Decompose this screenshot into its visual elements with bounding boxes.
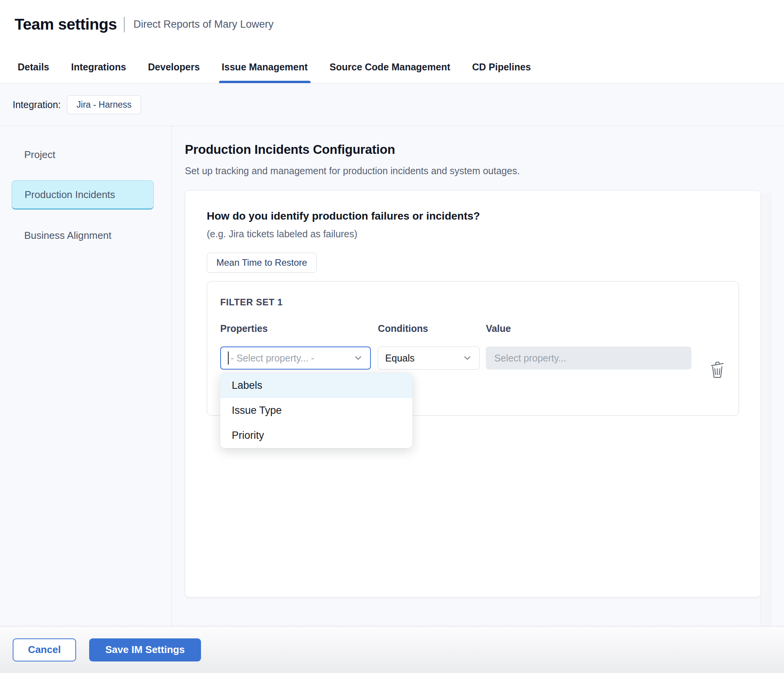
content-area: Project Production Incidents Business Al… [0, 126, 784, 626]
properties-select[interactable]: - Select property... - [220, 346, 371, 370]
chevron-down-icon [462, 353, 472, 363]
filter-set-title: FILTER SET 1 [220, 297, 726, 308]
page-subtitle: Direct Reports of Mary Lowery [133, 18, 274, 30]
conditions-label: Conditions [378, 323, 480, 334]
dropdown-option-priority[interactable]: Priority [220, 423, 412, 448]
tab-cd-pipelines[interactable]: CD Pipelines [472, 62, 531, 83]
integration-chip[interactable]: Jira - Harness [67, 95, 141, 114]
footer-actions: Cancel Save IM Settings [0, 626, 784, 673]
value-column: Value Select property... [486, 323, 691, 379]
properties-label: Properties [220, 323, 371, 334]
title-divider [124, 17, 125, 32]
tab-integrations[interactable]: Integrations [71, 62, 126, 83]
sidebar-item-production-incidents[interactable]: Production Incidents [12, 180, 154, 210]
properties-column: Properties - Select property... - [220, 323, 371, 379]
tab-developers[interactable]: Developers [148, 62, 200, 83]
incidents-config-card: How do you identify production failures … [185, 190, 761, 597]
integration-band: Integration: Jira - Harness [0, 83, 784, 126]
section-heading: Production Incidents Configuration [185, 142, 784, 157]
dropdown-option-issue-type[interactable]: Issue Type [220, 398, 412, 423]
value-label: Value [486, 323, 691, 334]
delete-filter-button[interactable] [709, 360, 726, 379]
tab-details[interactable]: Details [18, 62, 49, 83]
sidebar-item-project[interactable]: Project [0, 140, 171, 169]
title-row: Team settings Direct Reports of Mary Low… [0, 0, 784, 33]
cancel-button[interactable]: Cancel [13, 638, 76, 661]
tab-bar: Details Integrations Developers Issue Ma… [0, 62, 531, 83]
page-header: Team settings Direct Reports of Mary Low… [0, 0, 784, 83]
sidebar-item-business-alignment[interactable]: Business Alignment [0, 221, 171, 250]
tab-source-code-management[interactable]: Source Code Management [330, 62, 450, 83]
page-title: Team settings [15, 15, 117, 33]
metric-tab-mean-time-to-restore[interactable]: Mean Time to Restore [207, 253, 317, 273]
main-panel: Production Incidents Configuration Set u… [172, 126, 784, 626]
conditions-select[interactable]: Equals [378, 346, 480, 370]
chevron-down-icon [353, 353, 363, 363]
properties-placeholder: - Select property... - [231, 353, 314, 364]
card-hint: (e.g. Jira tickets labeled as failures) [207, 228, 739, 240]
scrollbar-track[interactable] [760, 193, 771, 626]
conditions-value: Equals [385, 353, 414, 364]
properties-dropdown: Labels Issue Type Priority [220, 373, 412, 448]
settings-sidebar: Project Production Incidents Business Al… [0, 126, 172, 626]
save-im-settings-button[interactable]: Save IM Settings [89, 638, 201, 661]
value-placeholder: Select property... [494, 353, 566, 364]
filter-row: Properties - Select property... - Condit… [220, 323, 726, 379]
value-input[interactable]: Select property... [486, 346, 691, 370]
filter-set-1: FILTER SET 1 Properties - Select propert… [207, 281, 739, 416]
integration-label: Integration: [13, 99, 61, 110]
trash-icon [710, 361, 725, 378]
team-settings-page: Team settings Direct Reports of Mary Low… [0, 0, 784, 673]
conditions-column: Conditions Equals [378, 323, 480, 379]
section-description: Set up tracking and management for produ… [185, 165, 784, 177]
text-cursor [228, 351, 229, 365]
tab-issue-management[interactable]: Issue Management [222, 62, 308, 83]
dropdown-option-labels[interactable]: Labels [220, 373, 412, 398]
card-question: How do you identify production failures … [207, 210, 739, 222]
